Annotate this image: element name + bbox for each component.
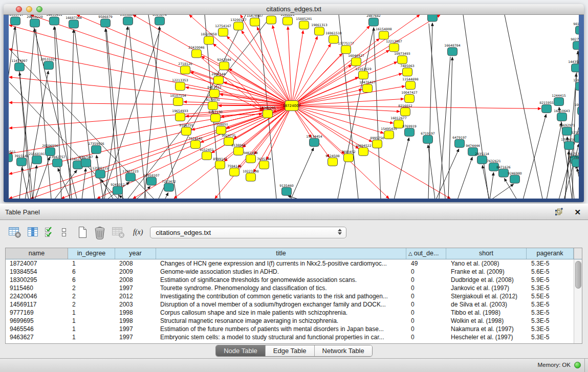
select-rows-icon[interactable] — [44, 226, 55, 238]
graph-node[interactable] — [554, 98, 564, 106]
graph-node[interactable] — [315, 27, 324, 35]
graph-node[interactable] — [299, 21, 309, 29]
table-row[interactable]: 1872400712008Changes of HCN gene express… — [6, 259, 582, 268]
graph-node[interactable] — [557, 113, 567, 121]
graph-node[interactable] — [403, 68, 412, 76]
graph-node[interactable] — [181, 66, 190, 74]
graph-node[interactable] — [328, 158, 338, 166]
table-settings-icon[interactable] — [8, 226, 21, 238]
graph-node[interactable] — [406, 81, 416, 90]
graph-node[interactable] — [576, 26, 579, 34]
graph-node[interactable] — [92, 145, 101, 154]
column-header-pagerank[interactable]: pagerank — [527, 248, 574, 259]
rows-icon[interactable] — [60, 226, 68, 238]
graph-node[interactable] — [210, 90, 220, 98]
table-source-select[interactable]: citations_edges.txt — [150, 227, 346, 238]
graph-node[interactable] — [202, 151, 212, 160]
graph-node[interactable] — [123, 17, 133, 25]
table-row[interactable]: 946362711997Embryonic stem cells: a mode… — [6, 333, 582, 341]
graph-node[interactable] — [542, 105, 552, 113]
graph-node[interactable] — [215, 161, 225, 169]
new-document-icon[interactable] — [77, 226, 88, 239]
graph-node[interactable] — [455, 139, 465, 147]
graph-node[interactable] — [46, 147, 55, 156]
table-row[interactable]: 1830029562008Estimation of significance … — [6, 276, 582, 284]
window-titlebar[interactable]: citations_edges.txt — [4, 4, 584, 15]
graph-node[interactable] — [250, 18, 260, 26]
graph-node[interactable] — [263, 110, 273, 118]
graph-node[interactable] — [126, 173, 136, 181]
graph-node[interactable] — [329, 35, 339, 43]
table-row[interactable]: 1456911722003Disruption of a novel membe… — [6, 300, 582, 309]
column-header-in-degree[interactable]: in_degree — [68, 248, 115, 259]
graph-node[interactable] — [389, 43, 399, 52]
graph-node[interactable] — [499, 169, 509, 177]
close-panel-icon[interactable]: ✕ — [574, 208, 581, 216]
graph-node[interactable] — [401, 107, 410, 116]
column-header-year[interactable]: year — [115, 248, 156, 259]
graph-node[interactable] — [176, 113, 185, 121]
table-row[interactable]: 1938455462009Genome-wide association stu… — [6, 268, 582, 276]
graph-node[interactable] — [428, 15, 438, 21]
column-header-out-degree[interactable]: △out_de... — [406, 248, 446, 259]
graph-node[interactable] — [423, 135, 433, 143]
tab-edge-table[interactable]: Edge Table — [265, 345, 314, 356]
graph-node[interactable] — [578, 107, 579, 115]
graph-node[interactable] — [267, 16, 276, 24]
table-vertical-scrollbar[interactable] — [574, 259, 582, 343]
graph-node[interactable] — [155, 17, 165, 25]
graph-node[interactable] — [310, 138, 319, 146]
graph-node[interactable] — [208, 102, 218, 110]
graph-node[interactable] — [379, 31, 389, 39]
graph-node[interactable] — [405, 128, 415, 136]
column-header-title[interactable]: title — [156, 248, 406, 259]
graph-node[interactable] — [15, 63, 25, 71]
graph-node[interactable] — [562, 127, 572, 135]
trash-icon[interactable] — [93, 226, 106, 239]
graph-node[interactable] — [32, 156, 42, 164]
graph-node[interactable] — [147, 177, 157, 185]
tab-node-table[interactable]: Node Table — [216, 345, 265, 356]
graph-node[interactable] — [96, 170, 105, 178]
graph-node[interactable] — [575, 134, 579, 142]
graph-node[interactable] — [369, 18, 379, 26]
table-row[interactable]: 946554611997Estimation of the future num… — [6, 325, 582, 333]
graph-node[interactable] — [220, 62, 229, 70]
graph-node[interactable] — [344, 154, 354, 162]
graph-node[interactable] — [282, 187, 292, 195]
graph-node[interactable] — [448, 48, 458, 56]
table-row[interactable]: 969969511998Structural magnetic resonanc… — [6, 317, 582, 325]
graph-node[interactable] — [477, 156, 487, 164]
graph-node[interactable] — [11, 17, 20, 25]
graph-node[interactable] — [164, 183, 174, 191]
graph-node[interactable] — [352, 58, 361, 66]
graph-node[interactable] — [176, 82, 185, 91]
graph-node[interactable] — [30, 19, 40, 27]
graph-node[interactable] — [405, 95, 415, 103]
graph-node[interactable] — [359, 71, 368, 79]
graph-node[interactable] — [576, 82, 579, 91]
graph-node[interactable] — [17, 158, 27, 166]
graph-node[interactable] — [204, 36, 214, 45]
graph-node[interactable] — [572, 159, 579, 167]
graph-node[interactable] — [363, 84, 373, 93]
graph-node[interactable] — [173, 98, 183, 106]
column-icon[interactable] — [27, 226, 39, 238]
graph-node[interactable] — [182, 127, 191, 135]
graph-node[interactable] — [192, 50, 202, 58]
graph-node[interactable] — [384, 130, 394, 139]
graph-node[interactable] — [373, 140, 382, 148]
graph-node[interactable] — [510, 175, 520, 183]
table-row[interactable]: 977716911998Corpus callosum shape and si… — [6, 309, 582, 317]
graph-node[interactable] — [191, 140, 201, 148]
graph-node[interactable] — [573, 41, 579, 50]
graph-node[interactable] — [101, 19, 111, 27]
graph-node[interactable] — [246, 155, 256, 163]
graph-node[interactable] — [246, 173, 256, 181]
graph-node[interactable] — [9, 154, 13, 162]
graph-node[interactable] — [572, 64, 579, 72]
graph-node[interactable] — [113, 186, 123, 194]
graph-node[interactable] — [234, 147, 244, 155]
graph-node[interactable] — [564, 141, 574, 149]
graph-node[interactable] — [44, 61, 54, 70]
